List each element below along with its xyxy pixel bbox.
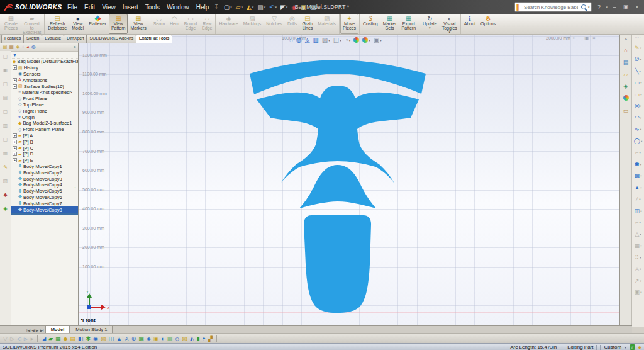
about-button[interactable]: ℹAbout [462, 14, 478, 34]
tree-item-p-e[interactable]: +▰[P] E [11, 157, 78, 164]
bottom-tool-24[interactable]: ▞ [208, 336, 213, 342]
bottom-tool-2[interactable]: ▰ [48, 336, 53, 342]
sketch-chamfer-button[interactable]: △▾ [635, 232, 641, 237]
bottom-tool-16[interactable]: ▣ [153, 336, 159, 342]
rectangle-button[interactable]: ▭▾ [635, 80, 642, 86]
expand-icon[interactable]: + [13, 84, 17, 89]
tree-item-front-plane[interactable]: ◇Front Plane [11, 96, 78, 102]
save-button[interactable]: ◭▾ [247, 4, 253, 11]
menu-help[interactable]: Help [196, 4, 209, 11]
linear-pattern-button[interactable]: ▦▾ [635, 243, 642, 249]
quick-snaps-dropdown-icon[interactable]: ▾ [640, 278, 641, 284]
side-tool-2[interactable]: ▣ [3, 67, 8, 73]
select-button[interactable]: ◤▾ [280, 4, 287, 11]
quick-snaps-button[interactable]: ↗▾ [635, 278, 641, 284]
slot-dropdown-icon[interactable]: ▾ [640, 92, 641, 98]
tab-model[interactable]: Model [45, 325, 70, 333]
update-button-dropdown-icon[interactable]: ▾ [429, 26, 431, 30]
side-tool-8[interactable]: ▦ [3, 150, 8, 156]
bottom-tool-9[interactable]: ▧ [101, 336, 106, 342]
circle-dropdown-icon[interactable]: ▾ [640, 103, 641, 109]
print-button[interactable]: ▤▾ [257, 4, 265, 11]
close-button[interactable]: × [633, 4, 641, 10]
sketch-button[interactable]: ✎▾ [635, 45, 641, 51]
side-tool-6[interactable]: ▥ [3, 123, 8, 128]
fillet-dropdown-icon[interactable]: ▾ [640, 150, 641, 155]
smart-dimension-button[interactable]: ∅▾ [635, 57, 641, 62]
menu-insert[interactable]: Insert [123, 4, 138, 11]
arc-dropdown-icon[interactable]: ▾ [640, 115, 641, 121]
tree-item-top-plane[interactable]: ◇Top Plane [11, 102, 78, 108]
help-dropdown-icon[interactable]: ▾ [606, 5, 608, 9]
help-button[interactable]: ? [594, 4, 603, 10]
bottom-tool-12[interactable]: ◬ [125, 336, 129, 342]
options-button[interactable]: ⚙Options [478, 14, 498, 34]
solidworks-resources-tab[interactable]: ⌂ [624, 47, 627, 54]
bottom-tool-13[interactable]: ⊕ [131, 336, 136, 342]
tree-item-bag-model-default-exactflatpatte[interactable]: ◆Bag Model (Default<ExactFlatPatte [11, 59, 78, 65]
bottom-tool-7[interactable]: ✱ [86, 336, 91, 342]
selection-filter-button[interactable]: ▽ [3, 336, 8, 342]
bottom-tool-14[interactable]: ▩ [138, 336, 144, 342]
child-restore2-icon[interactable]: ▫ [573, 35, 575, 41]
search-input[interactable] [523, 4, 579, 11]
save-dropdown-icon[interactable]: ▾ [252, 5, 254, 9]
fillet-button[interactable]: ⌐▾ [635, 150, 641, 155]
linear-pattern-dropdown-icon[interactable]: ▾ [640, 243, 641, 249]
units-dropdown-icon[interactable]: ▾ [625, 346, 626, 349]
featuremanager-tree-tab[interactable]: ▤ [3, 44, 8, 50]
bottom-tool-20[interactable]: ▨ [182, 336, 187, 342]
tab-dimxpert[interactable]: DimXpert [64, 35, 87, 43]
panel-split-bar[interactable] [11, 213, 78, 215]
tree-item-body-move-copy4[interactable]: ✥Body-Move/Copy4 [11, 182, 78, 188]
apply-scene-dropdown-icon[interactable]: ▾ [369, 38, 370, 42]
export-pattern-button[interactable]: ▦ExportPattern [399, 14, 419, 34]
tree-item-material-not-specified[interactable]: ≡Material <not specified> [11, 89, 78, 96]
graphics-viewport[interactable]: ◌◍◬▥▧▾◫▾◔▾▾▣▾ ▫▫─▣× 1200.00 mm1100.00 mm… [79, 35, 619, 327]
panel-splitter-handle[interactable]: ⋮⋮ [73, 183, 77, 189]
display-style-dropdown-icon[interactable]: ▾ [340, 38, 341, 42]
point-button[interactable]: ✱▾ [635, 162, 641, 167]
smart-dimension-dropdown-icon[interactable]: ▾ [640, 57, 641, 62]
tab-sketch[interactable]: Sketch [23, 35, 42, 43]
bottom-tool-18[interactable]: ▥ [167, 336, 173, 342]
bottom-tool-3[interactable]: ▦ [55, 336, 61, 342]
tab-evaluate[interactable]: Evaluate [42, 35, 64, 43]
menu-tools[interactable]: Tools [145, 4, 160, 11]
tree-item-surface-bodies-10[interactable]: +▧Surface Bodies(10) [11, 83, 78, 89]
bottom-tool-10[interactable]: ◫ [108, 336, 114, 342]
side-tool-3[interactable]: ▢ [3, 81, 8, 87]
new-file-button[interactable]: ▢▾ [224, 4, 232, 11]
bottom-tool-21[interactable]: ◭ [190, 336, 194, 342]
line-button[interactable]: ╲▾ [635, 69, 641, 74]
view-orientation-dropdown-icon[interactable]: ▾ [328, 38, 330, 42]
hide-show-items-dropdown-icon[interactable]: ▾ [349, 38, 351, 42]
tree-item-p-c[interactable]: +▰[P] C [11, 145, 78, 151]
bottom-tool-1[interactable]: ◢ [42, 336, 46, 342]
view-orientation-button[interactable]: ▧▾ [322, 37, 330, 43]
rapid-sketch-button[interactable]: ▣▾ [635, 290, 642, 295]
view-settings-button[interactable]: ▣▾ [374, 37, 382, 43]
open-dropdown-icon[interactable]: ▾ [242, 5, 243, 9]
view-palette-tab[interactable]: ◈ [624, 83, 628, 89]
expand-icon[interactable]: + [13, 152, 17, 156]
display-relations-dropdown-icon[interactable]: ▾ [640, 255, 641, 261]
side-tool-4[interactable]: ▤ [3, 95, 8, 101]
filter-vertices-button[interactable]: ▷ [10, 336, 14, 342]
sketch-chamfer-dropdown-icon[interactable]: ▾ [640, 232, 641, 237]
view-model-button[interactable]: ●ViewModel [69, 14, 86, 34]
appearances-scenes-tab[interactable] [623, 95, 629, 102]
lasso-select-button[interactable]: ▸ [31, 336, 34, 342]
tab-nav-2[interactable]: ▶ [36, 328, 39, 332]
tab-features[interactable]: Features [1, 35, 24, 43]
tree-item-annotations[interactable]: +AAnnotations [11, 77, 78, 83]
bottom-tool-19[interactable]: ◇ [175, 336, 179, 342]
new-file-dropdown-icon[interactable]: ▾ [230, 5, 232, 9]
refresh-database-button[interactable]: ▤RefreshDatabase [45, 14, 69, 34]
tree-item-bag-model2-1-surface1[interactable]: ◆Bag Model2-1-surface1 [11, 120, 78, 127]
costing-button[interactable]: $Costing [360, 14, 380, 34]
view-settings-dropdown-icon[interactable]: ▾ [380, 38, 382, 42]
hide-show-items-button[interactable]: ◔▾ [345, 37, 351, 43]
tree-item-body-move-copy6[interactable]: ✥Body-Move/Copy6 [11, 195, 78, 201]
rectangle-dropdown-icon[interactable]: ▾ [640, 80, 641, 86]
